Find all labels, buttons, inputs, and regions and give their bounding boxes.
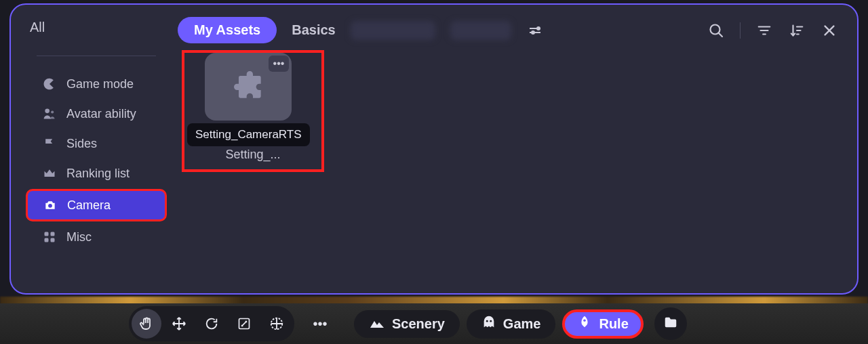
tab-hidden-1[interactable] (351, 21, 435, 40)
settings-sliders-icon[interactable] (526, 22, 544, 39)
asset-menu-button[interactable]: ••• (269, 56, 289, 72)
tab-bar: My Assets Basics (178, 17, 544, 43)
tab-basics[interactable]: Basics (292, 22, 336, 38)
mode-label: Rule (599, 316, 628, 332)
mode-label: Game (503, 316, 541, 332)
scale-tool[interactable] (229, 309, 259, 339)
sidebar-divider (37, 56, 156, 56)
sidebar-item-avatar-ability[interactable]: Avatar ability (27, 100, 165, 128)
dots-icon: ••• (273, 58, 285, 70)
sidebar-item-label: Misc (66, 230, 92, 244)
tab-my-assets[interactable]: My Assets (178, 17, 277, 43)
svg-point-21 (584, 319, 587, 322)
asset-tooltip: Setting_CameraRTS (187, 123, 310, 146)
sort-icon[interactable] (788, 22, 806, 39)
asset-label: Setting_... (184, 148, 321, 162)
sidebar: Game mode Avatar ability Sides Ranking l… (22, 50, 171, 282)
asset-item-highlight: ••• Setting_CameraRTS Setting_... (182, 50, 324, 172)
transform-tool[interactable] (262, 309, 292, 339)
sidebar-item-label: Ranking list (66, 167, 130, 181)
flag-icon (42, 136, 57, 151)
svg-point-20 (490, 320, 492, 322)
search-icon[interactable] (707, 22, 725, 39)
asset-grid: ••• Setting_CameraRTS Setting_... (171, 50, 846, 282)
transform-tool-group (129, 306, 294, 341)
mode-group: Scenery Game Rule (354, 307, 687, 340)
avatar-icon (42, 106, 57, 121)
mode-label: Scenery (392, 316, 445, 332)
sidebar-item-sides[interactable]: Sides (27, 129, 165, 158)
pan-tool[interactable] (132, 309, 161, 339)
asset-card[interactable]: ••• (205, 53, 292, 121)
svg-line-1 (719, 33, 723, 37)
sidebar-item-ranking-list[interactable]: Ranking list (27, 159, 165, 188)
sidebar-item-label: Camera (67, 198, 111, 213)
divider (740, 22, 741, 39)
svg-rect-16 (51, 238, 55, 242)
mode-rule[interactable]: Rule (562, 309, 643, 339)
close-icon[interactable] (821, 22, 838, 39)
mode-scenery[interactable]: Scenery (354, 310, 460, 338)
sidebar-item-camera[interactable]: Camera (26, 189, 167, 221)
bottom-toolbar: ••• Scenery Game Rule (0, 303, 868, 344)
svg-rect-14 (51, 232, 55, 236)
filter-icon[interactable] (755, 22, 773, 39)
mode-game[interactable]: Game (467, 309, 556, 339)
panel-body: Game mode Avatar ability Sides Ranking l… (11, 50, 857, 293)
svg-rect-15 (45, 238, 49, 242)
sidebar-filter-all[interactable]: All (30, 20, 152, 41)
move-tool[interactable] (164, 309, 194, 339)
ghost-icon (481, 315, 496, 333)
folder-button[interactable] (654, 307, 687, 340)
tab-hidden-2[interactable] (450, 21, 511, 40)
sidebar-item-misc[interactable]: Misc (27, 223, 165, 251)
svg-point-19 (486, 320, 488, 322)
sidebar-item-label: Sides (66, 137, 97, 151)
folder-icon (663, 315, 678, 332)
camera-icon (43, 198, 58, 213)
svg-point-12 (48, 204, 52, 208)
rotate-tool[interactable] (197, 309, 226, 339)
svg-point-11 (51, 110, 54, 113)
pacman-icon (42, 77, 57, 91)
assets-panel: All My Assets Basics (9, 3, 859, 295)
sidebar-item-label: Avatar ability (66, 107, 136, 121)
sidebar-item-label: Game mode (66, 77, 134, 91)
grid-icon (42, 230, 57, 244)
header-actions (707, 22, 838, 39)
dots-icon: ••• (313, 316, 327, 332)
more-tools[interactable]: ••• (305, 309, 335, 339)
svg-rect-13 (45, 232, 49, 236)
panel-header: All My Assets Basics (11, 5, 857, 50)
sidebar-item-game-mode[interactable]: Game mode (27, 70, 165, 98)
svg-point-10 (45, 109, 50, 114)
rocket-icon (577, 315, 592, 333)
mountain-icon (369, 316, 385, 332)
crown-icon (42, 166, 57, 181)
puzzle-icon (229, 66, 267, 107)
